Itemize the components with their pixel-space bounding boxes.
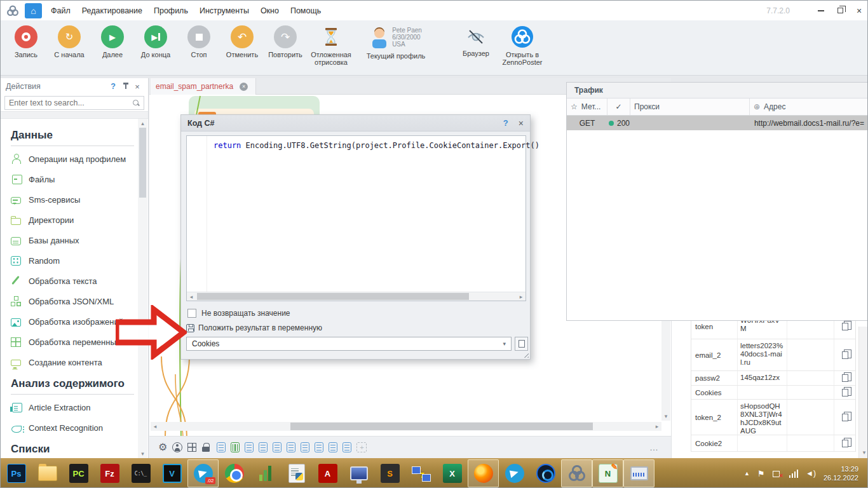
browser-toggle-button[interactable]: Браузер bbox=[454, 25, 498, 57]
search-icon[interactable] bbox=[132, 99, 140, 107]
canvas-vscrollbar[interactable]: ▾ bbox=[661, 320, 670, 421]
sidebar-item-sms[interactable]: Sms-сервисы bbox=[11, 189, 138, 210]
table-row[interactable]: passw2 145qaz12zx bbox=[691, 371, 855, 386]
sidebar-item-profile-ops[interactable]: Операции над профилем bbox=[11, 149, 138, 169]
speaker-icon[interactable]: ◄) bbox=[806, 469, 816, 478]
sidebar-item-databases[interactable]: Базы данных bbox=[11, 230, 138, 250]
taskbar-item-firefox[interactable] bbox=[468, 459, 499, 487]
profile-person-icon[interactable] bbox=[172, 442, 182, 452]
taskbar-item-winscp[interactable]: ϟ bbox=[405, 459, 437, 487]
taskbar-item-capture-app[interactable] bbox=[530, 459, 561, 487]
network-disconnected-icon[interactable]: × bbox=[773, 470, 782, 477]
taskbar-item-photoshop[interactable]: Ps bbox=[1, 459, 32, 487]
taskbar-item-explorer[interactable] bbox=[32, 459, 63, 487]
taskbar-clock[interactable]: 13:29 26.12.2022 bbox=[824, 464, 862, 482]
more-options-icon[interactable]: … bbox=[649, 442, 660, 452]
run-to-end-button[interactable]: ▶ До конца bbox=[134, 25, 177, 58]
column-check[interactable]: ✓ bbox=[607, 98, 630, 115]
sidebar-item-directories[interactable]: Директории bbox=[11, 210, 138, 230]
sidebar-item-text-processing[interactable]: Обработка текста bbox=[11, 271, 138, 291]
tab-email-spam-partnerka[interactable]: email_spam_partnerka × bbox=[151, 78, 256, 95]
add-action-icon[interactable]: + bbox=[356, 442, 367, 452]
taskbar-item-analytics[interactable] bbox=[250, 459, 281, 487]
undo-button[interactable]: ↶ Отменить bbox=[220, 25, 264, 58]
current-profile-button[interactable]: Pete Paen 6/30/2000 USA Текущий профиль bbox=[355, 25, 437, 60]
taskbar-item-zennoposter[interactable] bbox=[561, 459, 592, 487]
table-row[interactable]: token W0HrxFuxVM bbox=[691, 320, 855, 339]
table-row[interactable]: Cookies bbox=[691, 386, 855, 400]
stop-button[interactable]: Стоп bbox=[177, 25, 220, 58]
action-center-flag-icon[interactable]: ⚑ bbox=[757, 469, 765, 478]
resize-grip[interactable] bbox=[522, 351, 529, 358]
close-button[interactable]: × bbox=[850, 4, 868, 18]
copy-variable-button[interactable] bbox=[515, 337, 528, 351]
deferred-render-button[interactable]: Отложенная отрисовка bbox=[307, 25, 355, 66]
lock-icon[interactable] bbox=[201, 443, 212, 453]
variables-scrollbar[interactable]: ▾ bbox=[858, 327, 868, 458]
table-action-icon[interactable] bbox=[315, 442, 323, 452]
copy-icon[interactable] bbox=[842, 440, 848, 447]
table-action-icon[interactable] bbox=[217, 442, 226, 452]
copy-icon[interactable] bbox=[842, 374, 848, 382]
menu-profile[interactable]: Профиль bbox=[154, 6, 188, 15]
taskbar-item-sublime[interactable]: S bbox=[374, 459, 405, 487]
taskbar-item-telegram[interactable] bbox=[499, 459, 530, 487]
restart-button[interactable]: ↻ С начала bbox=[48, 25, 91, 58]
scroll-thumb[interactable] bbox=[290, 423, 593, 430]
table-action-icon[interactable] bbox=[329, 442, 337, 452]
sidebar-item-files[interactable]: Файлы bbox=[11, 169, 138, 189]
taskbar-item-telegram-badged[interactable]: .02 bbox=[187, 459, 219, 487]
dialog-close-icon[interactable]: × bbox=[519, 118, 524, 128]
variable-dropdown[interactable]: Cookies ▾ bbox=[186, 337, 512, 351]
table-action-icon[interactable] bbox=[342, 442, 351, 452]
close-panel-icon[interactable]: × bbox=[132, 82, 143, 92]
code-editor[interactable]: return Encoding.UTF8.GetString(project.P… bbox=[186, 135, 526, 301]
search-input[interactable] bbox=[9, 98, 132, 107]
tray-expand-icon[interactable]: ▲ bbox=[744, 470, 750, 477]
taskbar-item-pycharm[interactable]: PC bbox=[63, 459, 94, 487]
copy-icon[interactable] bbox=[842, 414, 848, 421]
menu-help[interactable]: Помощь bbox=[290, 6, 321, 15]
copy-icon[interactable] bbox=[842, 351, 848, 359]
taskbar-item-filezilla[interactable]: Fz bbox=[94, 459, 125, 487]
column-method[interactable]: ☆ Мет... bbox=[567, 98, 607, 115]
tab-close-icon[interactable]: × bbox=[240, 83, 248, 91]
traffic-row-selected[interactable]: GET 200 http://webmail.docs1-mail.ru/?e= bbox=[567, 116, 868, 130]
table-row[interactable]: Cookie2 bbox=[691, 435, 855, 452]
redo-button[interactable]: ↷ Повторить bbox=[264, 25, 307, 58]
taskbar-item-task-manager[interactable] bbox=[623, 459, 654, 487]
menu-file[interactable]: Файл bbox=[51, 6, 71, 15]
taskbar-item-excel[interactable]: X bbox=[437, 459, 468, 487]
minimize-button[interactable] bbox=[811, 4, 831, 18]
taskbar-item-python-docs[interactable] bbox=[281, 459, 312, 487]
canvas-hscrollbar[interactable]: ◂ ▸ bbox=[151, 422, 661, 431]
table-action-icon[interactable] bbox=[245, 442, 254, 452]
table-row[interactable]: token_2 sHopsodQH8XNL3TjWr4hJCDx8K9utAUG bbox=[691, 400, 855, 435]
signal-bars-icon[interactable] bbox=[789, 470, 799, 478]
taskbar-item-chrome[interactable] bbox=[219, 459, 250, 487]
menu-window[interactable]: Окно bbox=[261, 6, 279, 15]
taskbar-item-acrobat[interactable]: A bbox=[312, 459, 343, 487]
sidebar-item-article-extraction[interactable]: Article Extraction bbox=[11, 397, 138, 417]
taskbar-item-notepadpp[interactable]: N✎ bbox=[592, 459, 623, 487]
record-button[interactable]: Запись bbox=[4, 25, 48, 58]
open-in-zennoposter-button[interactable]: Открыть в ZennoPoster bbox=[498, 25, 547, 66]
table-action-icon[interactable] bbox=[259, 442, 268, 452]
taskbar-item-vsdc[interactable]: V bbox=[156, 459, 187, 487]
grid-actions-icon[interactable] bbox=[187, 443, 196, 452]
dialog-titlebar[interactable]: Код C# ? × bbox=[181, 115, 530, 132]
next-step-button[interactable]: ▶ Далее bbox=[91, 25, 134, 58]
restore-button[interactable] bbox=[831, 4, 850, 18]
column-address[interactable]: ⊕ Адрес bbox=[750, 98, 868, 115]
scroll-thumb[interactable] bbox=[197, 293, 469, 300]
copy-icon[interactable] bbox=[842, 389, 848, 396]
table-action-icon[interactable] bbox=[301, 442, 309, 452]
table-row[interactable]: email_2 letters2023%40docs1-mail.ru bbox=[691, 339, 855, 371]
copy-icon[interactable] bbox=[842, 323, 848, 330]
code-hscrollbar[interactable]: ◂ ▸ bbox=[187, 292, 526, 301]
table-action-icon-green[interactable] bbox=[231, 442, 240, 452]
sidebar-scrollbar[interactable]: ▴ ▾ bbox=[138, 119, 147, 458]
table-action-icon[interactable] bbox=[287, 442, 295, 452]
settings-gear-icon[interactable]: ⚙ bbox=[158, 442, 167, 452]
sidebar-item-context-recognition[interactable]: Context Recognition bbox=[11, 417, 138, 438]
